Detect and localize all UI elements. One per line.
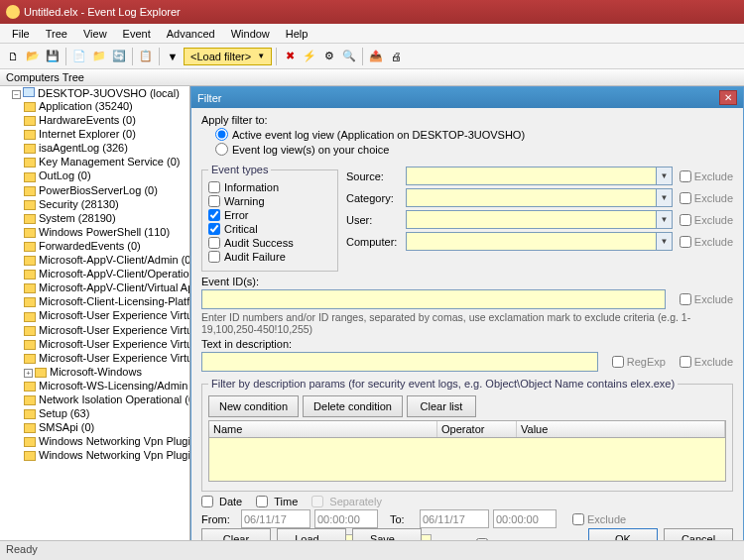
chk-exclude-user[interactable] [680,214,691,226]
chk-exclude-computer[interactable] [680,236,691,248]
chevron-down-icon[interactable]: ▼ [656,189,672,206]
filter-icon[interactable]: ▼ [164,48,182,65]
tree-item[interactable]: isaAgentLog (326) [24,141,189,155]
new-condition-button[interactable]: New condition [208,395,299,417]
menu-tree[interactable]: Tree [38,26,75,42]
chk-time[interactable] [256,496,268,507]
menu-advanced[interactable]: Advanced [159,26,223,42]
tree-item[interactable]: SMSApi (0) [24,420,189,434]
params-legend: Filter by description params (for securi… [208,378,678,390]
gear-icon[interactable]: ⚙ [320,48,338,65]
tree-item[interactable]: Internet Explorer (0) [24,127,189,141]
tree-item[interactable]: Setup (63) [24,406,189,420]
event-ids-hint: Enter ID numbers and/or ID ranges, separ… [201,311,733,335]
folder-icon [24,116,36,126]
tree-item[interactable]: Microsoft-User Experience Virtualizati [24,337,189,351]
tree-icon[interactable]: 📁 [90,48,108,65]
chk-exclude-category[interactable] [680,192,691,204]
computer-combo[interactable] [406,232,673,251]
folder-icon [24,200,36,210]
folder-icon [24,158,36,168]
chk-exclude-date[interactable] [572,513,584,525]
chk-exclude-desc[interactable] [680,356,691,368]
user-combo[interactable] [406,210,673,229]
export-icon[interactable]: 📤 [367,48,385,65]
tree-item[interactable]: Microsoft-Client-Licensing-Platform/A [24,294,189,308]
lightning-icon[interactable]: ⚡ [301,48,318,65]
tree-item[interactable]: PowerBiosServerLog (0) [24,183,189,197]
text-desc-input[interactable] [201,352,598,372]
tree-item[interactable]: Microsoft-AppV-Client/Operational (0 [24,267,189,280]
print-icon[interactable]: 🖨 [387,48,405,65]
user-label: User: [346,214,406,226]
menu-event[interactable]: Event [115,26,159,42]
expand-icon[interactable]: + [24,369,33,378]
menu-help[interactable]: Help [278,26,316,42]
col-name[interactable]: Name [209,421,437,437]
category-combo[interactable] [406,188,673,207]
chk-information[interactable] [208,181,220,193]
save-icon[interactable]: 💾 [44,48,62,65]
log-icon[interactable]: 📄 [70,48,88,65]
from-label: From: [201,513,237,525]
menu-view[interactable]: View [75,26,115,42]
close-icon[interactable]: ✕ [719,90,737,105]
tree-item[interactable]: +Microsoft-Windows [24,365,189,379]
tree-item[interactable]: Key Management Service (0) [24,155,189,168]
clear-list-button[interactable]: Clear list [407,395,476,417]
event-ids-input[interactable] [201,289,666,309]
chk-audit-failure[interactable] [208,251,220,263]
refresh-icon[interactable]: 🔄 [110,48,128,65]
tree-item[interactable]: Network Isolation Operational (0) [24,392,189,406]
radio-active-view[interactable] [215,128,228,141]
conditions-grid[interactable]: Name Operator Value [208,420,726,482]
tree-item[interactable]: System (28190) [24,211,189,225]
chk-audit-success[interactable] [208,237,220,249]
tree-item[interactable]: Windows Networking Vpn Plugin Platf [24,434,189,448]
tree-root[interactable]: DESKTOP-3UOVSHO (local) [38,87,180,99]
tree-item[interactable]: Security (28130) [24,197,189,211]
tree-item[interactable]: OutLog (0) [24,168,189,182]
load-filter-combo[interactable]: <Load filter>▼ [184,48,272,65]
folder-icon [24,214,36,224]
source-combo[interactable] [406,167,673,185]
app-icon [6,5,20,19]
clear-filter-icon[interactable]: ✖ [281,48,299,65]
tree-item[interactable]: Microsoft-AppV-Client/Virtual Applica [24,280,189,294]
tree-item[interactable]: Application (35240) [24,99,189,113]
tree-item[interactable]: Windows Networking Vpn Plugin Platf [24,448,189,462]
computers-tree[interactable]: −DESKTOP-3UOVSHO (local) Application (35… [0,86,190,557]
tree-item[interactable]: Microsoft-WS-Licensing/Admin (0) [24,379,189,392]
radio-choice-view[interactable] [215,143,228,156]
delete-condition-button[interactable]: Delete condition [303,395,403,417]
tree-item[interactable]: ForwardedEvents (0) [24,239,189,253]
tree-item[interactable]: Windows PowerShell (110) [24,225,189,239]
tree-item[interactable]: Microsoft-User Experience Virtualizati [24,323,189,337]
open-icon[interactable]: 📂 [24,48,42,65]
menu-file[interactable]: File [4,26,38,42]
folder-icon [24,395,36,405]
chk-error[interactable] [208,209,220,221]
chk-date[interactable] [201,496,213,507]
menu-window[interactable]: Window [223,26,278,42]
folder-icon [24,437,36,447]
chk-critical[interactable] [208,223,220,235]
col-operator[interactable]: Operator [437,421,517,437]
chk-regexp[interactable] [612,356,624,368]
new-icon[interactable]: 🗋 [4,48,22,65]
tree-item[interactable]: HardwareEvents (0) [24,113,189,127]
collapse-icon[interactable]: − [12,90,21,99]
props-icon[interactable]: 📋 [137,48,155,65]
tree-item[interactable]: Microsoft-User Experience Virtualizati [24,351,189,365]
chevron-down-icon[interactable]: ▼ [656,168,672,184]
chk-exclude-ids[interactable] [680,293,691,305]
source-label: Source: [346,170,406,182]
chevron-down-icon[interactable]: ▼ [656,211,672,228]
col-value[interactable]: Value [517,421,725,437]
tree-item[interactable]: Microsoft-AppV-Client/Admin (0) [24,253,189,267]
tree-item[interactable]: Microsoft-User Experience Virtualizati [24,308,189,322]
find-icon[interactable]: 🔍 [340,48,358,65]
chk-exclude-source[interactable] [680,170,691,182]
chk-warning[interactable] [208,195,220,207]
chevron-down-icon[interactable]: ▼ [656,233,672,250]
